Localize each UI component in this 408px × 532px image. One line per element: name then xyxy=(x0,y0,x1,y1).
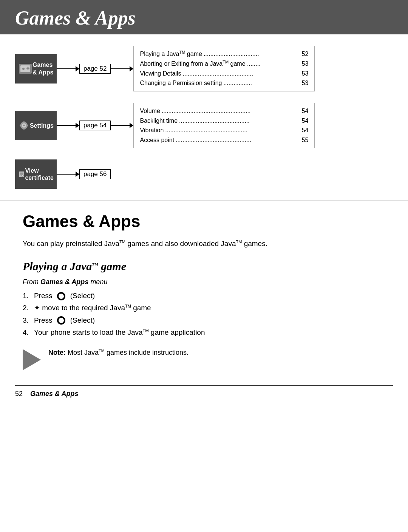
toc-entry-text: Volume xyxy=(140,106,160,116)
svg-rect-11 xyxy=(26,125,28,126)
toc-page-num: 53 xyxy=(302,69,309,79)
toc-dots: ........................................… xyxy=(174,135,301,145)
toc-section: Games & Apps page 52 Playing a JavaTM ga… xyxy=(0,34,408,201)
toc-page-settings: page 54 xyxy=(79,121,111,130)
note-arrow-icon xyxy=(23,349,41,370)
note-box: Note: Most JavaTM games include instruct… xyxy=(23,348,385,370)
toc-dots: ........................................… xyxy=(178,116,302,126)
toc-entry-text: Backlight time xyxy=(140,116,178,126)
toc-entries-games: Playing a JavaTM game ..................… xyxy=(133,46,315,91)
toc-connector-settings2 xyxy=(111,123,133,128)
step-text: Press (Select) xyxy=(34,290,95,302)
toc-connector-view-cert xyxy=(57,172,79,177)
svg-rect-4 xyxy=(28,66,29,70)
toc-entry: Playing a JavaTM game ..................… xyxy=(140,49,308,59)
games-icon xyxy=(18,62,32,76)
note-text: Note: Most JavaTM games include instruct… xyxy=(48,348,189,358)
toc-entry: Viewing Details ........................… xyxy=(140,69,308,79)
toc-dots: ........................................… xyxy=(160,106,302,116)
toc-label-settings: Settings xyxy=(30,122,54,129)
svg-point-7 xyxy=(23,125,25,127)
toc-entry-text: Access point xyxy=(140,135,174,145)
toc-entries-settings: Volume .................................… xyxy=(133,103,315,148)
svg-point-2 xyxy=(22,68,25,70)
toc-icon-games: Games & Apps xyxy=(15,54,57,84)
step-num: 4. xyxy=(23,326,34,339)
select-icon-2 xyxy=(57,316,65,325)
header-banner: Games & Apps xyxy=(0,0,408,34)
main-content: Games & Apps You can play preinstalled J… xyxy=(0,201,408,385)
toc-page-num: 53 xyxy=(302,78,309,88)
toc-entry-text: Vibration xyxy=(140,125,164,135)
step-num: 3. xyxy=(23,314,34,326)
note-label: Note: xyxy=(48,349,66,356)
toc-page-num: 54 xyxy=(302,106,309,116)
svg-rect-13 xyxy=(20,173,23,173)
toc-page-num: 52 xyxy=(302,49,309,59)
toc-icon-settings: Settings xyxy=(15,111,57,140)
steps-list: 1. Press (Select) 2. ✦ move to the requi… xyxy=(23,290,385,339)
svg-rect-10 xyxy=(20,125,22,126)
select-icon xyxy=(57,292,65,300)
step-3: 3. Press (Select) xyxy=(23,314,385,326)
step-num: 2. xyxy=(23,302,34,314)
toc-entry-text: Viewing Details xyxy=(140,69,181,79)
toc-dots: ................................. xyxy=(202,49,302,59)
toc-entry: Changing a Permission setting ..........… xyxy=(140,78,308,88)
toc-page-view-cert: page 56 xyxy=(79,169,111,179)
svg-rect-9 xyxy=(23,128,25,130)
toc-entry: Aborting or Exiting from a JavaTM game .… xyxy=(140,59,308,69)
toc-page-num: 54 xyxy=(302,116,309,126)
toc-label-games: Games & Apps xyxy=(32,61,53,76)
from-menu: From Games & Apps menu xyxy=(23,278,385,286)
toc-row-games: Games & Apps page 52 Playing a JavaTM ga… xyxy=(15,46,393,91)
toc-row-settings: Settings page 54 Volume ................… xyxy=(15,103,393,148)
svg-rect-8 xyxy=(23,121,25,123)
toc-page-num: 53 xyxy=(302,59,309,69)
toc-connector-games2 xyxy=(111,66,133,71)
toc-label-view-cert: View certificate xyxy=(25,167,54,181)
step-4: 4. Your phone starts to load the JavaTM … xyxy=(23,326,385,339)
step-text: ✦ move to the required JavaTM game xyxy=(34,302,151,314)
toc-entry: Access point ...........................… xyxy=(140,135,308,145)
section-title: Playing a JavaTM game xyxy=(23,260,385,273)
toc-entry: Volume .................................… xyxy=(140,106,308,116)
step-num: 1. xyxy=(23,290,34,302)
toc-entry: Backlight time .........................… xyxy=(140,116,308,126)
footer-title: Games & Apps xyxy=(30,390,78,398)
toc-page-games: page 52 xyxy=(79,64,111,74)
toc-page-num: 54 xyxy=(302,125,309,135)
toc-entry-text: Aborting or Exiting from a JavaTM game .… xyxy=(140,59,260,69)
footer-page-num: 52 xyxy=(15,390,23,398)
header-title: Games & Apps xyxy=(15,7,393,29)
intro-text: You can play preinstalled JavaTM games a… xyxy=(23,238,385,249)
certificate-icon xyxy=(18,167,25,181)
toc-page-num: 55 xyxy=(302,135,309,145)
svg-rect-14 xyxy=(20,173,23,174)
page-footer: 52 Games & Apps xyxy=(15,385,393,402)
step-2: 2. ✦ move to the required JavaTM game xyxy=(23,302,385,314)
toc-icon-view-cert: View certificate xyxy=(15,159,57,189)
toc-dots: ........................................… xyxy=(181,69,302,79)
toc-dots: ................. xyxy=(222,78,301,88)
toc-row-view-cert: View certificate page 56 xyxy=(15,159,393,189)
step-text: Press (Select) xyxy=(34,314,95,326)
toc-entry-text: Playing a JavaTM game xyxy=(140,49,202,59)
toc-connector-settings xyxy=(57,123,79,128)
settings-icon xyxy=(18,118,30,133)
toc-connector-games xyxy=(57,66,79,71)
page-title: Games & Apps xyxy=(23,212,385,231)
step-text: Your phone starts to load the JavaTM gam… xyxy=(34,326,205,339)
step-1: 1. Press (Select) xyxy=(23,290,385,302)
toc-entry-text: Changing a Permission setting xyxy=(140,78,222,88)
toc-entry: Vibration ..............................… xyxy=(140,125,308,135)
toc-dots: ........................................… xyxy=(164,125,301,135)
